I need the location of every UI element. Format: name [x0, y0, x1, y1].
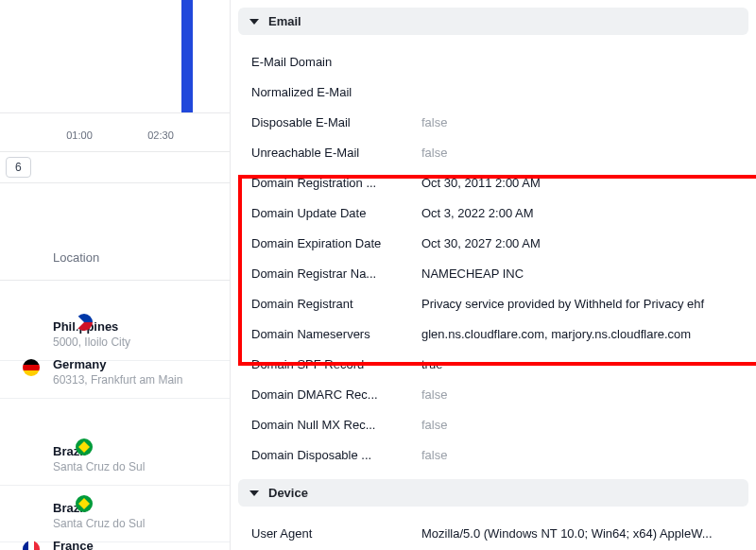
detail-row: Domain Disposable ...false	[238, 439, 748, 470]
flag-icon	[23, 541, 40, 550]
location-column-header: Location	[0, 250, 230, 265]
flag-icon	[76, 314, 93, 331]
detail-label: Disposable E-Mail	[251, 115, 421, 129]
detail-label: Domain SPF Record	[251, 357, 421, 371]
detail-label: E-Mail Domain	[251, 55, 421, 69]
time-tick: 01:00	[66, 129, 93, 141]
detail-row: Domain Nameserversglen.ns.cloudflare.com…	[238, 318, 748, 349]
chart-x-axis: 01:00 02:30	[0, 118, 230, 146]
detail-row: Domain DMARC Rec...false	[238, 379, 748, 409]
flag-icon	[76, 438, 93, 455]
section-header-email[interactable]: Email	[238, 8, 748, 35]
detail-row: User Agent Mozilla/5.0 (Windows NT 10.0;…	[238, 518, 748, 548]
flag-icon	[76, 495, 93, 512]
detail-label: Unreachable E-Mail	[251, 146, 421, 160]
detail-label: Domain Disposable ...	[251, 448, 421, 462]
detail-value: Oct 30, 2011 2:00 AM	[421, 176, 735, 190]
detail-label: Domain DMARC Rec...	[251, 387, 421, 402]
email-details: E-Mail DomainNormalized E-MailDisposable…	[238, 43, 748, 479]
detail-value: false	[421, 115, 735, 129]
detail-row: Domain RegistrantPrivacy service provide…	[238, 288, 748, 318]
detail-label: Domain Registrant	[251, 297, 421, 311]
location-country: France	[53, 539, 218, 550]
device-details: User Agent Mozilla/5.0 (Windows NT 10.0;…	[238, 514, 748, 550]
time-tick: 02:30	[147, 129, 174, 141]
detail-label: Normalized E-Mail	[251, 85, 421, 99]
location-row[interactable]: France	[0, 527, 230, 550]
detail-label: User Agent	[251, 526, 421, 541]
count-chip[interactable]: 6	[6, 157, 31, 178]
detail-label: Domain Registrar Na...	[251, 266, 421, 281]
left-sidebar: 01:00 02:30 6 Location Philippines 5000,…	[0, 0, 231, 550]
collapse-icon	[249, 490, 259, 496]
section-title: Device	[268, 486, 308, 500]
detail-row: Domain Expiration DateOct 30, 2027 2:00 …	[238, 228, 748, 258]
detail-label: Domain Expiration Date	[251, 236, 421, 250]
detail-value: Oct 30, 2027 2:00 AM	[421, 236, 735, 250]
detail-label: Domain Nameservers	[251, 327, 421, 341]
detail-row: Domain Registrar Na...NAMECHEAP INC	[238, 258, 748, 288]
detail-value: false	[421, 387, 735, 402]
detail-label: Domain Update Date	[251, 206, 421, 220]
detail-row: Normalized E-Mail	[238, 77, 748, 107]
detail-value: false	[421, 448, 735, 462]
collapse-icon	[249, 19, 259, 25]
detail-row: Unreachable E-Mailfalse	[238, 137, 748, 167]
section-title: Email	[268, 14, 301, 28]
divider	[0, 280, 230, 281]
detail-value: false	[421, 418, 735, 432]
detail-row: Domain Update DateOct 3, 2022 2:00 AM	[238, 198, 748, 228]
section-header-device[interactable]: Device	[238, 479, 748, 507]
detail-label: Domain Null MX Rec...	[251, 418, 421, 432]
detail-label: Domain Registration ...	[251, 176, 421, 190]
detail-value: Privacy service provided by Withheld for…	[421, 297, 735, 311]
detail-panel: Email E-Mail DomainNormalized E-MailDisp…	[231, 0, 756, 550]
filter-chip-row: 6	[0, 151, 230, 183]
location-city: 60313, Frankfurt am Main	[53, 373, 218, 387]
detail-row: Domain SPF Recordtrue	[238, 349, 748, 379]
detail-value: glen.ns.cloudflare.com, marjory.ns.cloud…	[421, 327, 735, 341]
detail-value: false	[421, 146, 735, 160]
location-row[interactable]: Germany 60313, Frankfurt am Main	[0, 346, 230, 399]
detail-value: Mozilla/5.0 (Windows NT 10.0; Win64; x64…	[421, 526, 735, 541]
chart-bar	[181, 0, 193, 112]
location-country: Germany	[53, 357, 218, 371]
detail-value: Oct 3, 2022 2:00 AM	[421, 206, 735, 220]
detail-value: true	[421, 357, 735, 371]
detail-row: Domain Registration ...Oct 30, 2011 2:00…	[238, 167, 748, 198]
detail-row: Domain Null MX Rec...false	[238, 409, 748, 439]
detail-row: Disposable E-Mailfalse	[238, 107, 748, 137]
detail-row: E-Mail Domain	[238, 46, 748, 77]
timeline-chart	[0, 0, 230, 113]
detail-value: NAMECHEAP INC	[421, 266, 735, 281]
flag-icon	[23, 359, 40, 376]
